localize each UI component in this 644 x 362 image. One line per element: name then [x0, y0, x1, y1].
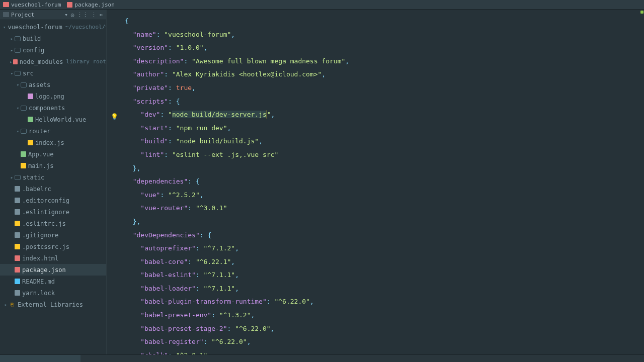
json-file-icon	[67, 2, 72, 8]
tree-item-main-js[interactable]: main.js	[0, 160, 106, 171]
pkg-icon	[15, 267, 20, 273]
tree-item-label: static	[23, 174, 44, 181]
chevron-right-icon[interactable]: ▸	[9, 59, 13, 64]
tree-item-src[interactable]: ▾src	[0, 67, 106, 79]
tree-item-helloworld-vue[interactable]: HelloWorld.vue	[0, 114, 106, 125]
inspection-marker[interactable]	[640, 11, 643, 14]
chevron-down-icon[interactable]: ▾	[3, 25, 6, 30]
tree-item-app-vue[interactable]: App.vue	[0, 148, 106, 160]
status-left	[0, 355, 80, 362]
chevron-right-icon[interactable]: ▸	[9, 48, 15, 53]
tree-item-yarn-lock[interactable]: yarn.lock	[0, 287, 106, 299]
tree-item-static[interactable]: ▸static	[0, 171, 106, 183]
code-line[interactable]: "lint": "eslint --ext .js,.vue src"	[125, 148, 644, 162]
code-line[interactable]: "start": "npm run dev",	[125, 122, 644, 135]
tree-item-build[interactable]: ▸build	[0, 33, 106, 44]
code-line[interactable]: "babel-preset-stage-2": "^6.22.0",	[125, 322, 644, 336]
chevron-down-icon[interactable]: ▾	[15, 129, 21, 134]
settings-icon[interactable]: ⋮	[91, 12, 97, 18]
code-line[interactable]: "build": "node build/build.js",	[125, 135, 644, 148]
tree-item-extra: library root	[66, 58, 106, 65]
code-line[interactable]: "name": "vueschool-forum",	[125, 28, 644, 42]
code-line[interactable]: "version": "1.0.0",	[125, 41, 644, 55]
code-line[interactable]: "chalk": "^2.0.1",	[125, 349, 644, 354]
code-line[interactable]: "autoprefixer": "^7.1.2",	[125, 242, 644, 255]
code-line[interactable]: "private": true,	[125, 81, 644, 95]
tree-item-assets[interactable]: ▾assets	[0, 79, 106, 90]
tree-item-label: assets	[29, 81, 50, 88]
tree-item-label: build	[23, 35, 41, 42]
chevron-right-icon[interactable]: ▸	[9, 36, 15, 41]
tree-item-index-html[interactable]: index.html	[0, 252, 106, 264]
chevron-right-icon[interactable]: ▸	[3, 302, 9, 307]
code-line[interactable]: 💡 "dev": "node build/dev-server.js",	[125, 108, 644, 122]
tree-item-label: README.md	[22, 278, 55, 285]
code-line[interactable]: "babel-register": "^6.22.0",	[125, 335, 644, 349]
tree-item-readme-md[interactable]: README.md	[0, 276, 106, 287]
tree-item--babelrc[interactable]: .babelrc	[0, 183, 106, 195]
folder-icon	[21, 129, 27, 134]
tree-item-label: .postcssrc.js	[22, 243, 69, 250]
hide-icon[interactable]: ⇤	[100, 12, 103, 18]
tree-item-logo-png[interactable]: logo.png	[0, 90, 106, 102]
tree-item-label: App.vue	[28, 151, 54, 158]
tree-item--eslintignore[interactable]: .eslintignore	[0, 206, 106, 218]
tree-item-label: config	[23, 47, 44, 54]
code-line[interactable]: "dependencies": {	[125, 175, 644, 189]
code-line[interactable]: "babel-eslint": "^7.1.1",	[125, 268, 644, 282]
tree-item--gitignore[interactable]: .gitignore	[0, 229, 106, 241]
tree-item-components[interactable]: ▾components	[0, 102, 106, 114]
tree-item-label: yarn.lock	[22, 290, 55, 297]
tree-item--eslintrc-js[interactable]: .eslintrc.js	[0, 218, 106, 229]
code-line[interactable]: "babel-plugin-transform-runtime": "^6.22…	[125, 295, 644, 309]
external-libraries[interactable]: ▸ ⎘ External Libraries	[0, 299, 106, 310]
code-line[interactable]: },	[125, 215, 644, 229]
chevron-right-icon[interactable]: ▸	[9, 175, 15, 180]
tree-item-package-json[interactable]: package.json	[0, 264, 106, 276]
target-icon[interactable]: ◎	[71, 12, 74, 18]
tree-item-label: .babelrc	[22, 186, 51, 193]
code-line[interactable]: "scripts": {	[125, 95, 644, 109]
code-line[interactable]: },	[125, 162, 644, 175]
tree-root-path: ~/vueschool/vues	[65, 24, 106, 30]
tree-item-label: node_modules	[20, 58, 63, 65]
sidebar-title[interactable]: Project	[11, 12, 62, 18]
file-icon	[15, 209, 20, 215]
code-line[interactable]: "babel-core": "^6.22.1",	[125, 255, 644, 269]
tree-item-config[interactable]: ▸config	[0, 44, 106, 56]
code-line[interactable]: "vue-router": "^3.0.1"	[125, 202, 644, 215]
chevron-down-icon[interactable]: ▾	[15, 106, 21, 111]
md-icon	[15, 279, 20, 284]
tree-item-router[interactable]: ▾router	[0, 125, 106, 137]
code-line[interactable]: "description": "Awesome full blown mega …	[125, 55, 644, 68]
tree-item-label: router	[29, 128, 50, 135]
tree-item--postcssrc-js[interactable]: .postcssrc.js	[0, 241, 106, 252]
editor-marker-strip[interactable]	[639, 10, 644, 354]
lightbulb-icon[interactable]: 💡	[111, 110, 118, 124]
code-line[interactable]: "author": "Alex Kyriakidis <hootlex@iclo…	[125, 68, 644, 81]
code-line[interactable]: "vue": "^2.5.2",	[125, 189, 644, 202]
tree-item-index-js[interactable]: index.js	[0, 137, 106, 148]
file-icon	[15, 186, 20, 192]
tree-item--editorconfig[interactable]: .editorconfig	[0, 195, 106, 206]
dropdown-icon[interactable]: ▾	[64, 12, 68, 18]
code-line[interactable]: "babel-loader": "^7.1.1",	[125, 282, 644, 296]
code-editor[interactable]: { "name": "vueschool-forum", "version": …	[107, 10, 644, 354]
tree-root[interactable]: ▾ vueschool-forum ~/vueschool/vues	[0, 21, 106, 33]
tree-item-label: main.js	[28, 162, 54, 169]
collapse-all-icon[interactable]: ⋮⋮	[77, 12, 88, 18]
chevron-down-icon[interactable]: ▾	[9, 71, 15, 76]
code-line[interactable]: "devDependencies": {	[125, 229, 644, 242]
tree-item-node-modules[interactable]: ▸node_moduleslibrary root	[0, 56, 106, 67]
code-line[interactable]: "babel-preset-env": "^1.3.2",	[125, 309, 644, 322]
open-file-tab[interactable]: package.json	[74, 2, 114, 8]
code-line[interactable]: {	[125, 15, 644, 28]
file-icon	[15, 232, 20, 238]
project-name[interactable]: vueschool-forum	[11, 2, 61, 8]
project-sidebar: Project ▾ ◎ ⋮⋮ ⋮ ⇤ ▾ vueschool-forum ~/v…	[0, 10, 107, 354]
folder-red-icon	[13, 59, 18, 64]
chevron-down-icon[interactable]: ▾	[15, 82, 21, 87]
file-icon	[15, 290, 20, 296]
project-tree[interactable]: ▾ vueschool-forum ~/vueschool/vues ▸buil…	[0, 20, 106, 354]
folder-icon	[15, 48, 21, 53]
